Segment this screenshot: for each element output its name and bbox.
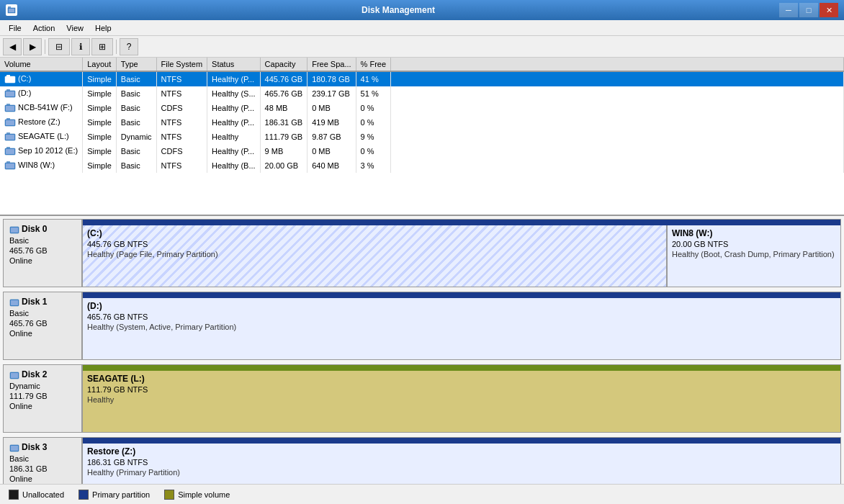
maximize-button[interactable]: □ — [799, 3, 818, 17]
disk-size-1: 465.76 GB — [9, 319, 76, 328]
disk-type-2: Dynamic — [9, 382, 76, 390]
partition-size-1-0: 465.76 GB NTFS — [87, 312, 836, 321]
svg-rect-7 — [6, 91, 14, 96]
col-pct[interactable]: % Free — [356, 58, 390, 71]
disk-type-1: Basic — [9, 309, 76, 318]
cell-fs: CDFS — [156, 144, 207, 158]
svg-rect-5 — [6, 75, 10, 76]
cell-type: Basic — [116, 86, 156, 101]
disk-name-3: Disk 3 — [9, 442, 76, 453]
col-type[interactable]: Type — [116, 58, 156, 71]
table-row[interactable]: Restore (Z:) Simple Basic NTFS Healthy (… — [0, 115, 844, 130]
properties-button[interactable]: ℹ — [71, 38, 90, 55]
legend-simple: Simple volume — [164, 490, 230, 500]
legend-unallocated-label: Unallocated — [22, 490, 64, 499]
disk-status-2: Online — [9, 402, 76, 410]
legend-unallocated: Unallocated — [9, 490, 64, 500]
menu-action[interactable]: Action — [27, 20, 61, 35]
table-row[interactable]: NCB-541W (F:) Simple Basic CDFS Healthy … — [0, 101, 844, 115]
col-filesystem[interactable]: File System — [156, 58, 207, 71]
disk-content-1: (D:) 465.76 GB NTFS Healthy (System, Act… — [83, 298, 840, 359]
forward-button[interactable]: ▶ — [23, 38, 42, 55]
col-extra[interactable] — [391, 58, 844, 71]
cell-pct: 41 % — [356, 71, 390, 86]
disk-content-2: SEAGATE (L:) 111.79 GB NTFS Healthy — [83, 371, 840, 432]
table-row[interactable]: (C:) Simple Basic NTFS Healthy (P... 445… — [0, 71, 844, 86]
cell-free: 180.78 GB — [307, 71, 356, 86]
cell-pct: 0 % — [356, 115, 390, 130]
cell-volume: NCB-541W (F:) — [0, 101, 83, 115]
table-row[interactable]: SEAGATE (L:) Simple Dynamic NTFS Healthy… — [0, 130, 844, 144]
legend-primary-label: Primary partition — [92, 490, 150, 499]
back-button[interactable]: ◀ — [3, 38, 22, 55]
partition-2-0[interactable]: SEAGATE (L:) 111.79 GB NTFS Healthy — [83, 371, 840, 432]
table-row[interactable]: (D:) Simple Basic NTFS Healthy (S... 465… — [0, 86, 844, 101]
cell-extra — [391, 115, 844, 130]
partition-0-0[interactable]: (C:) 445.76 GB NTFS Healthy (Page File, … — [83, 225, 668, 287]
disk-info-1: Disk 1 Basic 465.76 GB Online — [4, 292, 83, 359]
partition-1-0[interactable]: (D:) 465.76 GB NTFS Healthy (System, Act… — [83, 298, 840, 359]
svg-rect-1 — [9, 9, 14, 12]
disk-row-3: Disk 3 Basic 186.31 GB Online Restore (Z… — [3, 437, 841, 484]
partition-name-1-0: (D:) — [87, 301, 836, 311]
cell-type: Basic — [116, 101, 156, 115]
volume-table: Volume Layout Type File System Status Ca… — [0, 58, 844, 173]
cell-capacity: 48 MB — [260, 101, 307, 115]
minimize-button[interactable]: ─ — [779, 3, 798, 17]
cell-volume: WIN8 (W:) — [0, 158, 83, 173]
svg-rect-23 — [6, 161, 10, 163]
cell-type: Basic — [116, 71, 156, 86]
cell-free: 9.87 GB — [307, 130, 356, 144]
svg-rect-27 — [11, 300, 18, 305]
cell-pct: 9 % — [356, 130, 390, 144]
cell-capacity: 465.76 GB — [260, 86, 307, 101]
disk-name-1: Disk 1 — [9, 297, 76, 307]
disk-name-0: Disk 0 — [9, 224, 76, 235]
table-body: (C:) Simple Basic NTFS Healthy (P... 445… — [0, 71, 844, 173]
col-layout[interactable]: Layout — [83, 58, 117, 71]
window-controls: ─ □ ✕ — [779, 3, 838, 17]
col-volume[interactable]: Volume — [0, 58, 83, 71]
menu-view[interactable]: View — [60, 20, 89, 35]
svg-rect-25 — [11, 228, 18, 233]
show-hide-button[interactable]: ⊟ — [48, 38, 70, 55]
cell-free: 239.17 GB — [307, 86, 356, 101]
menu-help[interactable]: Help — [89, 20, 117, 35]
partition-3-0[interactable]: Restore (Z:) 186.31 GB NTFS Healthy (Pri… — [83, 444, 840, 484]
legend-simple-box — [164, 490, 174, 500]
help-button[interactable]: ? — [120, 38, 138, 55]
svg-rect-8 — [6, 89, 10, 91]
table-row[interactable]: WIN8 (W:) Simple Basic NTFS Healthy (B..… — [0, 158, 844, 173]
col-status[interactable]: Status — [207, 58, 261, 71]
cell-free: 640 MB — [307, 158, 356, 173]
svg-rect-2 — [8, 6, 11, 8]
disk-graphical-area[interactable]: Disk 0 Basic 465.76 GB Online (C:) 445.7… — [0, 216, 844, 484]
col-free[interactable]: Free Spa... — [307, 58, 356, 71]
legend-unallocated-box — [9, 490, 19, 500]
svg-rect-4 — [6, 77, 14, 82]
menu-file[interactable]: File — [3, 20, 27, 35]
cell-volume: SEAGATE (L:) — [0, 130, 83, 144]
cell-status: Healthy (S... — [207, 86, 261, 101]
disk-partitions-3: Restore (Z:) 186.31 GB NTFS Healthy (Pri… — [83, 438, 840, 484]
toolbar-separator-2 — [116, 40, 117, 54]
disk-header-bar-2 — [83, 365, 840, 371]
table-row[interactable]: Sep 10 2012 (E:) Simple Basic CDFS Healt… — [0, 144, 844, 158]
disk-row-1: Disk 1 Basic 465.76 GB Online (D:) 465.7… — [3, 292, 841, 360]
cell-layout: Simple — [83, 71, 117, 86]
partition-status-0-1: Healthy (Boot, Crash Dump, Primary Parti… — [672, 250, 836, 258]
cell-volume: Sep 10 2012 (E:) — [0, 144, 83, 158]
extend-button[interactable]: ⊞ — [91, 38, 113, 55]
app-icon — [6, 4, 17, 16]
cell-free: 419 MB — [307, 115, 356, 130]
partition-0-1[interactable]: WIN8 (W:) 20.00 GB NTFS Healthy (Boot, C… — [668, 225, 840, 287]
cell-type: Dynamic — [116, 130, 156, 144]
svg-rect-16 — [6, 135, 14, 140]
disk-header-bar-0 — [83, 220, 840, 225]
col-capacity[interactable]: Capacity — [260, 58, 307, 71]
title-bar: Disk Management ─ □ ✕ — [0, 0, 844, 20]
svg-rect-11 — [6, 104, 10, 105]
close-button[interactable]: ✕ — [820, 3, 838, 17]
partition-size-0-1: 20.00 GB NTFS — [672, 240, 836, 248]
cell-status: Healthy — [207, 130, 261, 144]
